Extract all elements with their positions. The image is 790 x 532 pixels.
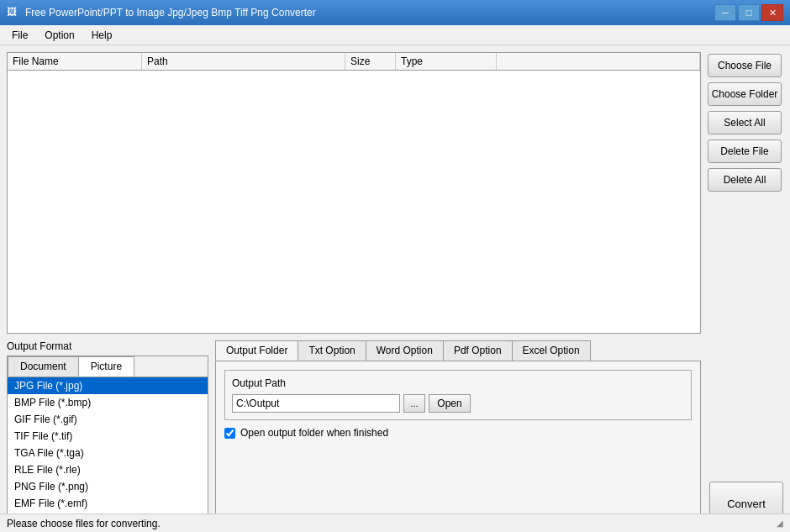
options-panel: Output Folder Txt Option Word Option Pdf… [215, 340, 701, 525]
format-item[interactable]: EMF File (*.emf) [8, 495, 208, 512]
browse-button[interactable]: ... [403, 394, 425, 413]
options-content: Output Path ... Open Open output folder … [215, 361, 701, 525]
col-extra [497, 53, 700, 70]
convert-area: Convert [708, 340, 783, 525]
choose-file-button[interactable]: Choose File [708, 54, 782, 77]
menu-bar: File Option Help [0, 25, 790, 45]
status-text: Please choose files for converting. [7, 518, 777, 529]
bottom-section: Output Format Document Picture JPG File … [7, 340, 783, 525]
app-icon: 🖼 [7, 6, 20, 19]
tab-output-folder[interactable]: Output Folder [215, 340, 298, 361]
tab-word-option[interactable]: Word Option [366, 340, 444, 361]
tab-excel-option[interactable]: Excel Option [512, 340, 591, 361]
title-controls: ─ □ ✕ [714, 4, 783, 21]
col-path: Path [142, 53, 345, 70]
format-item[interactable]: TIF File (*.tif) [8, 428, 208, 445]
minimize-button[interactable]: ─ [714, 4, 736, 21]
resize-icon: ◢ [777, 519, 783, 528]
menu-help[interactable]: Help [83, 28, 121, 43]
format-list[interactable]: JPG File (*.jpg)BMP File (*.bmp)GIF File… [8, 377, 208, 529]
path-input[interactable] [232, 394, 400, 413]
file-list-area: File Name Path Size Type Choose File Cho… [7, 52, 783, 334]
format-item[interactable]: GIF File (*.gif) [8, 411, 208, 428]
format-tabs-container: Document Picture JPG File (*.jpg)BMP Fil… [7, 356, 208, 529]
close-button[interactable]: ✕ [761, 4, 783, 21]
title-bar: 🖼 Free PowerPoint/PPT to Image Jpg/Jpeg … [0, 0, 790, 25]
right-buttons: Choose File Choose Folder Select All Del… [708, 52, 783, 334]
menu-file[interactable]: File [3, 28, 36, 43]
format-item[interactable]: BMP File (*.bmp) [8, 394, 208, 411]
status-bar: Please choose files for converting. ◢ [0, 514, 790, 532]
output-format-label: Output Format [7, 340, 208, 352]
format-item[interactable]: PNG File (*.png) [8, 478, 208, 495]
select-all-button[interactable]: Select All [708, 111, 782, 134]
tab-txt-option[interactable]: Txt Option [298, 340, 366, 361]
title-bar-left: 🖼 Free PowerPoint/PPT to Image Jpg/Jpeg … [7, 6, 316, 19]
file-table-body[interactable] [8, 71, 700, 333]
app-title: Free PowerPoint/PPT to Image Jpg/Jpeg Bm… [25, 7, 316, 18]
file-table-header: File Name Path Size Type [8, 53, 700, 71]
col-type: Type [396, 53, 497, 70]
output-path-label: Output Path [232, 377, 684, 389]
format-item[interactable]: RLE File (*.rle) [8, 461, 208, 478]
output-path-row: ... Open [232, 394, 684, 413]
format-tab-bar: Document Picture [8, 356, 208, 377]
maximize-button[interactable]: □ [738, 4, 760, 21]
choose-folder-button[interactable]: Choose Folder [708, 82, 782, 106]
delete-all-button[interactable]: Delete All [708, 168, 782, 192]
options-tabs-bar: Output Folder Txt Option Word Option Pdf… [215, 340, 701, 361]
tab-pdf-option[interactable]: Pdf Option [443, 340, 513, 361]
menu-option[interactable]: Option [36, 28, 82, 43]
format-item[interactable]: JPG File (*.jpg) [8, 377, 208, 394]
open-folder-checkbox[interactable] [224, 428, 235, 439]
format-item[interactable]: TGA File (*.tga) [8, 445, 208, 461]
file-table: File Name Path Size Type [7, 52, 701, 334]
open-folder-checkbox-row: Open output folder when finished [224, 427, 692, 439]
output-path-group: Output Path ... Open [224, 370, 692, 420]
main-window: File Name Path Size Type Choose File Cho… [0, 45, 790, 532]
tab-picture[interactable]: Picture [78, 356, 134, 377]
col-size: Size [345, 53, 396, 70]
tab-document[interactable]: Document [8, 356, 79, 377]
delete-file-button[interactable]: Delete File [708, 140, 782, 163]
output-format-panel: Output Format Document Picture JPG File … [7, 340, 208, 525]
open-folder-label: Open output folder when finished [240, 427, 388, 439]
col-filename: File Name [8, 53, 142, 70]
open-folder-button[interactable]: Open [429, 394, 471, 413]
